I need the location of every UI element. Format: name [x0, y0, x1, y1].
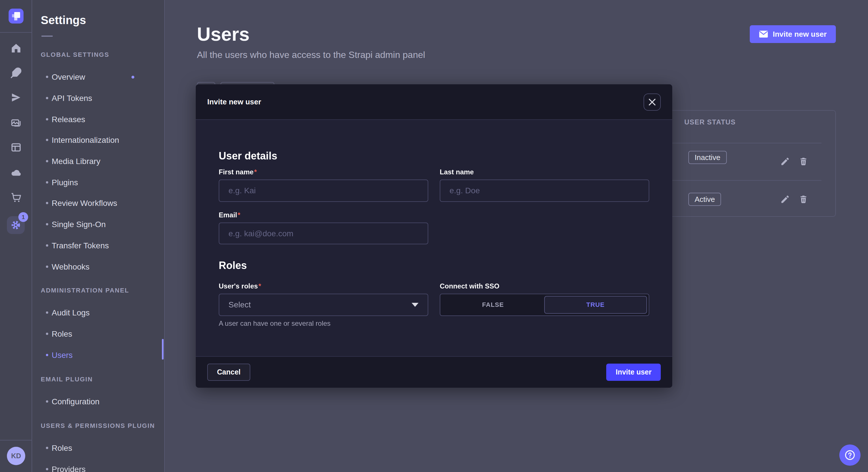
modal-footer: Cancel Invite user: [196, 356, 672, 388]
section-heading-user-details: User details: [219, 149, 649, 163]
email-input[interactable]: [219, 222, 428, 244]
email-label: Email*: [219, 210, 428, 220]
modal-title: Invite new user: [207, 98, 261, 106]
first-name-input[interactable]: [219, 179, 428, 202]
close-button[interactable]: [644, 93, 661, 110]
required-asterisk: *: [254, 168, 257, 176]
first-name-label: First name*: [219, 167, 428, 177]
chevron-down-icon: [412, 303, 418, 307]
roles-field-group: User's roles* Select A user can have one…: [219, 281, 428, 327]
cancel-button[interactable]: Cancel: [207, 364, 250, 381]
invite-user-submit-button[interactable]: Invite user: [607, 364, 661, 381]
sso-toggle-false[interactable]: FALSE: [442, 296, 544, 313]
invite-user-modal: Invite new user User details First name*: [196, 84, 672, 388]
close-icon: [649, 98, 656, 105]
roles-hint: A user can have one or several roles: [219, 319, 428, 327]
required-asterisk: *: [238, 211, 240, 219]
modal-header: Invite new user: [196, 84, 672, 120]
required-asterisk: *: [258, 282, 261, 290]
roles-label: User's roles*: [219, 281, 428, 291]
app-window: 1 KD Settings GLOBAL SETTINGS Overview A…: [0, 0, 868, 472]
sso-toggle: FALSE TRUE: [440, 294, 649, 316]
last-name-label: Last name: [440, 167, 649, 177]
first-name-field-group: First name*: [219, 167, 428, 202]
sso-label: Connect with SSO: [440, 281, 649, 291]
last-name-field-group: Last name: [440, 167, 649, 202]
sso-toggle-true[interactable]: TRUE: [544, 296, 647, 313]
last-name-input[interactable]: [440, 179, 649, 202]
roles-select[interactable]: Select: [219, 294, 428, 316]
section-heading-roles: Roles: [219, 259, 649, 272]
email-field-group: Email*: [219, 210, 428, 244]
sso-field-group: Connect with SSO FALSE TRUE: [440, 281, 649, 327]
modal-body: User details First name* Last name: [196, 149, 672, 327]
